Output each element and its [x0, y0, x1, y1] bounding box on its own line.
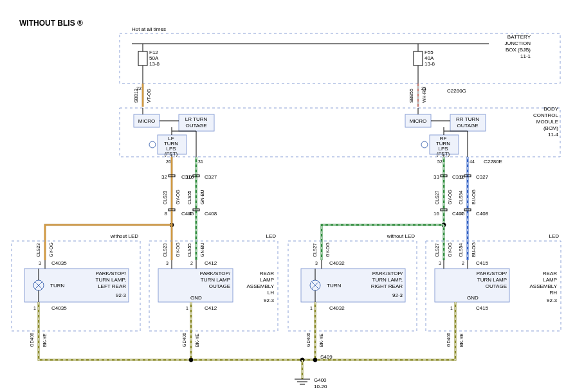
svg-point-168: [313, 358, 317, 362]
svg-text:MODULE: MODULE: [536, 119, 558, 125]
svg-text:GND: GND: [190, 295, 202, 301]
svg-text:CLS54: CLS54: [459, 243, 463, 257]
lf-fet: LF TURN LPS (FET): [149, 135, 187, 157]
svg-text:SBB55: SBB55: [409, 89, 414, 103]
svg-text:1: 1: [310, 306, 313, 310]
svg-text:OUTAGE: OUTAGE: [209, 283, 230, 289]
svg-text:C408: C408: [476, 211, 489, 217]
svg-text:GY-OG: GY-OG: [49, 242, 53, 257]
svg-text:33: 33: [433, 174, 439, 180]
svg-text:TURN LAMP,: TURN LAMP,: [372, 277, 403, 283]
f55-ref: 13-8: [424, 61, 435, 67]
svg-text:C4032: C4032: [329, 260, 345, 266]
svg-text:C412: C412: [205, 305, 217, 311]
svg-text:LEFT REAR: LEFT REAR: [98, 283, 126, 289]
svg-text:26: 26: [166, 159, 171, 164]
svg-text:52: 52: [437, 159, 443, 164]
svg-rect-4: [414, 51, 423, 66]
svg-text:LED: LED: [266, 233, 276, 239]
conn-c2280g: C2280G: [447, 88, 466, 94]
svg-text:C4035: C4035: [51, 260, 67, 266]
bcm-l1: BODY: [543, 106, 558, 112]
svg-text:CLS27: CLS27: [435, 243, 439, 257]
svg-text:GD406: GD406: [446, 333, 451, 347]
svg-text:LH: LH: [268, 290, 274, 296]
svg-text:GY-OG: GY-OG: [448, 242, 452, 257]
svg-text:VT-OG: VT-OG: [147, 89, 151, 103]
svg-text:32: 32: [161, 174, 167, 180]
svg-text:RIGHT REAR: RIGHT REAR: [371, 283, 403, 289]
svg-text:GY-OG: GY-OG: [448, 190, 452, 204]
svg-text:GD406: GD406: [30, 333, 34, 347]
svg-text:BU-OG: BU-OG: [471, 242, 476, 257]
svg-text:92-3: 92-3: [547, 298, 558, 303]
svg-text:44: 44: [470, 159, 475, 164]
svg-text:3: 3: [166, 261, 169, 265]
svg-text:(FET): (FET): [437, 151, 450, 157]
diagram-title: WITHOUT BLIS ®: [19, 19, 83, 28]
fuse-f55: F55 40A 13-8: [414, 44, 435, 84]
wire-cls23-left: 32 C316 CLS23 GY-OG 8 C405: [161, 157, 194, 217]
svg-text:GY-OG: GY-OG: [176, 190, 180, 204]
svg-text:LAMP: LAMP: [260, 277, 274, 283]
bjb-label-3: BOX (BJB): [506, 47, 531, 53]
fuse-f12: F12 50A 13-8: [138, 44, 160, 84]
f12-amps: 50A: [149, 55, 159, 61]
svg-text:2: 2: [190, 261, 193, 265]
svg-text:3: 3: [315, 261, 318, 265]
svg-text:BK-YE: BK-YE: [459, 334, 464, 347]
svg-text:G400: G400: [314, 377, 327, 383]
svg-text:CLS23: CLS23: [36, 243, 41, 257]
svg-text:PARK/STOP/: PARK/STOP/: [96, 271, 127, 276]
svg-text:CLS27: CLS27: [313, 243, 317, 257]
svg-text:GY-OG: GY-OG: [325, 242, 330, 257]
svg-text:without LED: without LED: [387, 233, 415, 239]
svg-text:C408: C408: [205, 211, 217, 217]
svg-text:C415: C415: [476, 260, 489, 266]
svg-text:LR TURN: LR TURN: [185, 116, 208, 122]
svg-text:MICRO: MICRO: [138, 118, 156, 124]
svg-rect-1: [138, 51, 147, 66]
svg-text:4: 4: [189, 211, 192, 217]
svg-text:C2280E: C2280E: [484, 159, 502, 165]
ground-bus: GD406 BK-YE GD406 BK-YE GD406 BK-YE GD40…: [30, 302, 464, 379]
wire-cls27-right: 33 C316 CLS27 GY-OG 16 C405: [322, 157, 465, 260]
svg-text:3: 3: [39, 261, 41, 265]
f55-id: F55: [424, 49, 433, 55]
svg-text:10-20: 10-20: [314, 384, 327, 389]
svg-text:BK-YE: BK-YE: [319, 334, 324, 347]
wire-split-left-tan: [45, 211, 174, 260]
svg-text:(FET): (FET): [165, 151, 178, 157]
svg-text:BK-YE: BK-YE: [42, 334, 47, 347]
f55-amps: 40A: [424, 55, 434, 61]
svg-text:CLS55: CLS55: [187, 243, 192, 257]
svg-text:C4032: C4032: [329, 305, 345, 311]
svg-text:C327: C327: [476, 174, 489, 180]
svg-text:PARK/STOP/: PARK/STOP/: [477, 271, 507, 276]
svg-text:11-4: 11-4: [548, 132, 559, 138]
svg-text:1: 1: [33, 306, 36, 310]
bjb-ref: 11-1: [520, 53, 531, 59]
svg-text:92-3: 92-3: [116, 292, 127, 298]
svg-text:CLS23: CLS23: [163, 190, 167, 204]
svg-text:CLS27: CLS27: [435, 190, 439, 204]
svg-text:CLS23: CLS23: [163, 243, 167, 257]
svg-text:4: 4: [461, 211, 464, 217]
svg-text:1: 1: [450, 306, 453, 310]
svg-text:C327: C327: [205, 174, 217, 180]
svg-text:GN-BU: GN-BU: [200, 190, 205, 204]
svg-text:GD406: GD406: [182, 333, 187, 347]
svg-text:LED: LED: [549, 233, 559, 239]
svg-text:92-3: 92-3: [264, 298, 275, 303]
svg-text:GD406: GD406: [306, 333, 311, 347]
svg-text:C415: C415: [476, 305, 489, 311]
svg-text:TURN LAMP,: TURN LAMP,: [96, 277, 126, 283]
bjb-box: [120, 33, 560, 84]
svg-text:RR TURN: RR TURN: [456, 116, 479, 122]
svg-text:10: 10: [186, 174, 192, 180]
svg-text:CONTROL: CONTROL: [533, 112, 559, 118]
svg-text:TURN LAMP: TURN LAMP: [201, 277, 230, 283]
svg-text:BK-YE: BK-YE: [195, 334, 199, 347]
svg-text:LAMP: LAMP: [543, 277, 557, 283]
svg-text:16: 16: [433, 211, 439, 217]
